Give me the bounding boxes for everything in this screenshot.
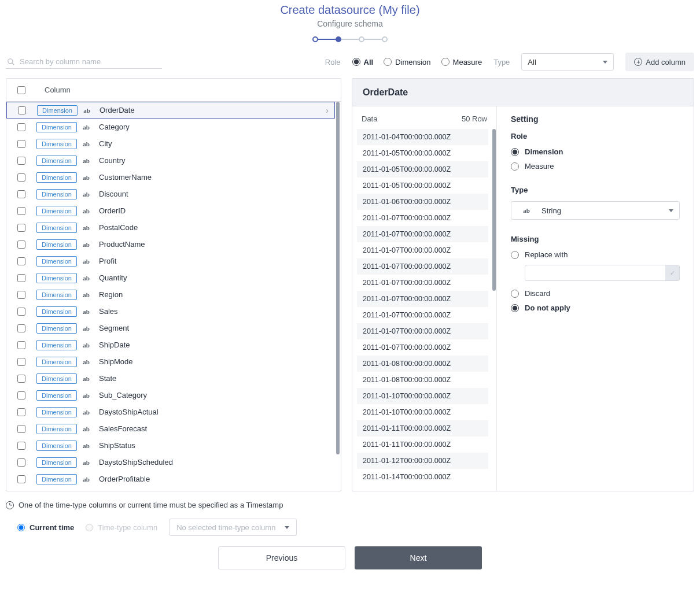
type-dropdown[interactable]: All — [521, 53, 614, 71]
row-checkbox[interactable] — [17, 274, 25, 282]
ab-icon: ab — [77, 140, 95, 147]
row-checkbox[interactable] — [17, 408, 25, 416]
column-name: Discount — [95, 190, 326, 198]
column-row[interactable]: DimensionabQuantity› — [6, 269, 335, 286]
plus-circle-icon: + — [634, 58, 642, 66]
columns-scrollbar[interactable] — [336, 102, 340, 454]
row-checkbox[interactable] — [17, 123, 25, 131]
column-row[interactable]: DimensionabShipStatus› — [6, 437, 335, 454]
data-scrollbar[interactable] — [492, 129, 496, 291]
column-row[interactable]: DimensionabRegion› — [6, 286, 335, 303]
column-row[interactable]: DimensionabSub_Category› — [6, 387, 335, 404]
column-row[interactable]: DimensionabShipMode› — [6, 353, 335, 370]
row-checkbox[interactable] — [17, 291, 25, 299]
data-row: 2011-01-05T00:00:00.000Z — [357, 161, 488, 177]
setting-type-select[interactable]: ab String — [511, 201, 680, 220]
row-checkbox[interactable] — [17, 475, 25, 483]
row-checkbox[interactable] — [17, 391, 25, 399]
toolbar: Role All Dimension Measure Type All + Ad… — [0, 53, 700, 78]
column-row[interactable]: DimensionabOrderID› — [6, 202, 335, 219]
ab-icon: ab — [78, 107, 96, 114]
data-row: 2011-01-10T00:00:00.000Z — [357, 388, 488, 404]
row-checkbox[interactable] — [17, 224, 25, 232]
row-checkbox[interactable] — [17, 257, 25, 265]
column-row[interactable]: DimensionabProfit› — [6, 253, 335, 269]
columns-header: Column — [6, 79, 341, 102]
column-row[interactable]: DimensionabOrderProfitable› — [6, 471, 335, 487]
missing-replace[interactable]: Replace with — [511, 250, 680, 259]
row-checkbox[interactable] — [18, 106, 26, 114]
column-row[interactable]: DimensionabCategory› — [6, 119, 335, 135]
column-row[interactable]: DimensionabCity› — [6, 135, 335, 152]
step-4-dot — [382, 36, 388, 42]
row-checkbox[interactable] — [17, 324, 25, 332]
missing-replace-input[interactable]: ✓ — [525, 265, 680, 281]
row-checkbox[interactable] — [17, 341, 25, 349]
previous-button[interactable]: Previous — [218, 546, 345, 569]
row-checkbox[interactable] — [17, 173, 25, 182]
column-row[interactable]: DimensionabState› — [6, 370, 335, 387]
row-checkbox[interactable] — [17, 358, 25, 366]
row-checkbox[interactable] — [17, 207, 25, 215]
column-row[interactable]: DimensionabSalesperCustomer› — [6, 487, 335, 491]
data-row: 2011-01-07T00:00:00.000Z — [357, 210, 488, 226]
column-row[interactable]: DimensionabCountry› — [6, 152, 335, 169]
ab-icon: ab — [77, 224, 95, 231]
column-row[interactable]: DimensionabCustomerName› — [6, 169, 335, 186]
ab-icon: ab — [77, 124, 95, 131]
dimension-badge: Dimension — [36, 306, 77, 317]
dimension-badge: Dimension — [36, 323, 77, 334]
row-checkbox[interactable] — [17, 157, 25, 165]
column-row[interactable]: DimensionabShipDate› — [6, 336, 335, 353]
column-row[interactable]: DimensionabSegment› — [6, 320, 335, 336]
row-checkbox[interactable] — [17, 190, 25, 198]
column-row[interactable]: DimensionabDaystoShipActual› — [6, 404, 335, 420]
setting-missing-label: Missing — [511, 235, 680, 243]
row-checkbox[interactable] — [17, 458, 25, 467]
setting-role-measure[interactable]: Measure — [511, 162, 680, 171]
column-name: DaystoShipActual — [95, 408, 326, 416]
ab-icon: ab — [77, 375, 95, 382]
row-checkbox[interactable] — [17, 375, 25, 383]
column-name: ProductName — [95, 240, 326, 249]
step-2-dot — [336, 36, 341, 42]
select-all-checkbox[interactable] — [17, 86, 25, 94]
column-row[interactable]: DimensionabDaystoShipScheduled› — [6, 454, 335, 471]
role-dimension[interactable]: Dimension — [384, 58, 430, 66]
row-checkbox[interactable] — [17, 308, 25, 316]
row-checkbox[interactable] — [17, 140, 25, 148]
column-row[interactable]: DimensionabDiscount› — [6, 186, 335, 202]
dimension-badge: Dimension — [36, 273, 77, 283]
row-checkbox[interactable] — [17, 425, 25, 433]
time-column-select[interactable]: No selected time-type column — [169, 519, 297, 536]
role-all[interactable]: All — [352, 58, 374, 66]
ab-icon: ab — [517, 207, 536, 214]
missing-donotapply[interactable]: Do not apply — [511, 304, 680, 312]
setting-role-label: Role — [511, 132, 680, 140]
next-button[interactable]: Next — [355, 546, 482, 569]
step-line-3 — [364, 39, 382, 40]
dimension-badge: Dimension — [36, 457, 77, 468]
data-row: 2011-01-07T00:00:00.000Z — [357, 242, 488, 258]
setting-role-dimension[interactable]: Dimension — [511, 147, 680, 156]
search-input[interactable] — [20, 57, 161, 66]
time-column-radio[interactable]: Time-type column — [86, 523, 157, 532]
ab-icon: ab — [77, 258, 95, 265]
row-checkbox[interactable] — [17, 442, 25, 450]
column-name: OrderDate — [96, 106, 326, 114]
details-panel: OrderDate Data 50 Row 2011-01-04T00:00:0… — [352, 78, 694, 491]
chevron-down-icon — [669, 209, 673, 212]
ab-icon: ab — [77, 157, 95, 164]
add-column-button[interactable]: + Add column — [625, 53, 694, 71]
column-row[interactable]: DimensionabSales› — [6, 303, 335, 320]
role-measure[interactable]: Measure — [441, 58, 482, 66]
column-row[interactable]: DimensionabProductName› — [6, 236, 335, 253]
current-time-radio[interactable]: Current time — [17, 523, 74, 532]
column-row[interactable]: DimensionabSalesForecast› — [6, 420, 335, 437]
column-row[interactable]: DimensionabOrderDate› — [6, 102, 335, 119]
row-checkbox[interactable] — [17, 240, 25, 249]
column-name: DaystoShipScheduled — [95, 458, 326, 467]
ab-icon: ab — [77, 174, 95, 181]
missing-discard[interactable]: Discard — [511, 289, 680, 298]
column-row[interactable]: DimensionabPostalCode› — [6, 219, 335, 236]
